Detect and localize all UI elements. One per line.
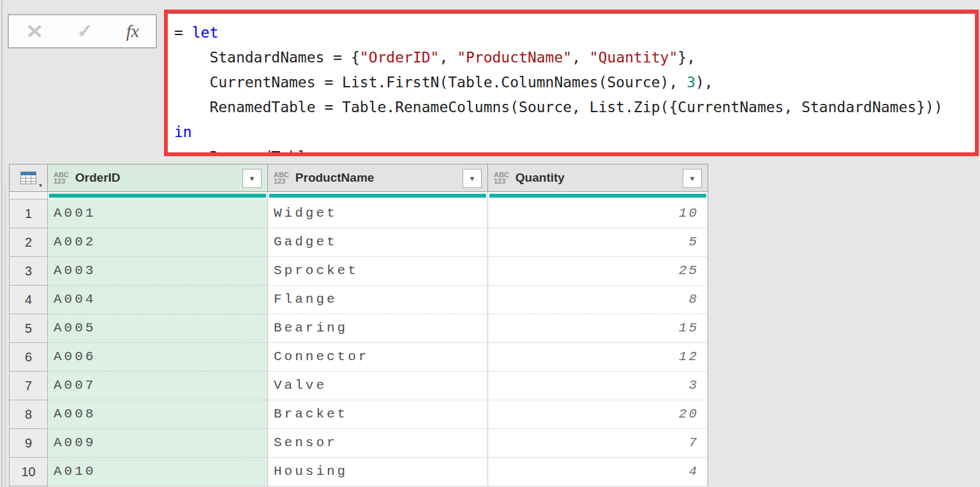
table-row: 1A001Widget10 (9, 200, 708, 228)
cell-quantity[interactable]: 7 (488, 429, 708, 458)
cell-quantity[interactable]: 4 (488, 458, 708, 486)
row-number[interactable]: 1 (9, 200, 48, 228)
code-token-keyword: in (174, 124, 192, 140)
row-number[interactable]: 7 (9, 372, 48, 400)
code-token-plain: RenamedTable (174, 149, 316, 152)
cell-productname[interactable]: Flange (268, 286, 488, 314)
code-token-plain: StandardNames = { (174, 49, 360, 66)
formula-annotation-box: = let StandardNames = {"OrderID", "Produ… (164, 10, 979, 156)
column-name-label: ProductName (295, 171, 375, 185)
column-header-productname[interactable]: ABC123ProductName▼ (268, 164, 488, 192)
filter-dropdown-button[interactable]: ▼ (242, 169, 262, 188)
cell-quantity[interactable]: 8 (488, 286, 708, 314)
column-quality-bar (269, 194, 486, 198)
table-row: 8A008Bracket20 (9, 400, 708, 429)
cell-orderid[interactable]: A004 (48, 286, 268, 314)
data-preview-table: ▾ ABC123OrderID▼ABC123ProductName▼ABC123… (9, 164, 708, 486)
cell-quantity[interactable]: 5 (488, 228, 708, 257)
code-token-plain: = (174, 24, 192, 41)
row-number[interactable]: 3 (9, 257, 48, 286)
column-header-orderid[interactable]: ABC123OrderID▼ (48, 164, 268, 192)
cancel-formula-icon[interactable]: ✕ (26, 22, 44, 41)
cell-orderid[interactable]: A003 (48, 257, 268, 286)
column-quality-row (9, 192, 708, 200)
formula-bar-toolbar: ✕ ✓ fx (8, 14, 157, 48)
code-token-keyword: let (192, 24, 219, 41)
pane-divider-inner (5, 185, 6, 487)
code-token-plain: , (439, 49, 457, 66)
chevron-down-icon: ▼ (249, 175, 256, 182)
table-icon (20, 170, 38, 185)
table-row: 6A006Connector12 (9, 343, 708, 372)
column-name-label: OrderID (75, 171, 121, 185)
filter-dropdown-button[interactable]: ▼ (683, 169, 702, 188)
row-number[interactable]: 10 (9, 458, 48, 486)
pane-divider (1, 0, 3, 487)
code-line: StandardNames = {"OrderID", "ProductName… (174, 45, 975, 70)
chevron-down-icon: ▼ (689, 175, 696, 182)
cell-quantity[interactable]: 15 (488, 314, 708, 343)
code-token-plain: ), (695, 74, 713, 91)
code-token-plain: CurrentNames = List.FirstN(Table.ColumnN… (174, 74, 687, 91)
select-all-button[interactable]: ▾ (9, 164, 48, 192)
code-token-plain: }, (678, 49, 695, 66)
column-type-abc123-icon: ABC123 (494, 171, 509, 184)
fx-icon[interactable]: fx (126, 22, 139, 40)
cell-quantity[interactable]: 10 (488, 200, 708, 228)
cell-orderid[interactable]: A006 (48, 343, 268, 372)
code-token-number: 3 (687, 74, 695, 91)
row-number[interactable]: 9 (9, 429, 48, 458)
row-number[interactable]: 4 (9, 286, 48, 314)
cell-productname[interactable]: Housing (268, 458, 488, 486)
table-row: 7A007Valve3 (9, 372, 708, 400)
chevron-down-icon: ▼ (469, 175, 476, 182)
filter-dropdown-button[interactable]: ▼ (463, 169, 482, 188)
cell-productname[interactable]: Widget (268, 200, 488, 228)
commit-formula-icon[interactable]: ✓ (77, 22, 93, 41)
table-row: 9A009Sensor7 (9, 429, 708, 458)
cell-productname[interactable]: Gadget (268, 228, 488, 257)
table-row: 4A004Flange8 (9, 286, 708, 314)
column-quality-cell (268, 192, 488, 200)
cell-orderid[interactable]: A007 (48, 372, 268, 400)
row-number[interactable]: 2 (9, 228, 48, 257)
column-name-label: Quantity (516, 171, 565, 185)
code-token-plain: , (572, 49, 590, 66)
row-number[interactable]: 8 (9, 400, 48, 429)
cell-productname[interactable]: Valve (268, 372, 488, 400)
table-row: 5A005Bearing15 (9, 314, 708, 343)
cell-productname[interactable]: Bearing (268, 314, 488, 343)
row-number[interactable]: 5 (9, 314, 48, 343)
cell-orderid[interactable]: A002 (48, 228, 268, 257)
table-row: 10A010Housing4 (9, 458, 708, 486)
cell-orderid[interactable]: A001 (48, 200, 268, 228)
column-type-abc123-icon: ABC123 (54, 171, 69, 184)
cell-quantity[interactable]: 12 (488, 343, 708, 372)
cell-productname[interactable]: Bracket (268, 400, 488, 429)
cell-quantity[interactable]: 25 (488, 257, 708, 286)
cell-orderid[interactable]: A010 (48, 458, 268, 486)
table-row: 2A002Gadget5 (9, 228, 708, 257)
code-line: in (174, 120, 975, 145)
cell-orderid[interactable]: A009 (48, 429, 268, 458)
cell-orderid[interactable]: A008 (48, 400, 268, 429)
code-line: = let (174, 20, 975, 45)
table-row: 3A003Sprocket25 (9, 257, 708, 286)
select-all-dropdown-icon: ▾ (39, 182, 42, 189)
code-token-string: "Quantity" (590, 49, 678, 66)
row-number[interactable]: 6 (9, 343, 48, 372)
cell-productname[interactable]: Sprocket (268, 257, 488, 286)
column-quality-bar (489, 194, 706, 198)
code-token-string: "ProductName" (457, 49, 572, 66)
formula-code[interactable]: = let StandardNames = {"OrderID", "Produ… (168, 13, 975, 152)
cell-quantity[interactable]: 3 (488, 372, 708, 400)
column-quality-cell (488, 192, 708, 200)
column-type-abc123-icon: ABC123 (274, 171, 289, 184)
cell-quantity[interactable]: 20 (488, 400, 708, 429)
code-token-string: "OrderID" (360, 49, 440, 66)
column-header-quantity[interactable]: ABC123Quantity▼ (488, 164, 708, 192)
code-line: RenamedTable = Table.RenameColumns(Sourc… (174, 95, 975, 120)
cell-orderid[interactable]: A005 (48, 314, 268, 343)
cell-productname[interactable]: Sensor (268, 429, 488, 458)
cell-productname[interactable]: Connector (268, 343, 488, 372)
